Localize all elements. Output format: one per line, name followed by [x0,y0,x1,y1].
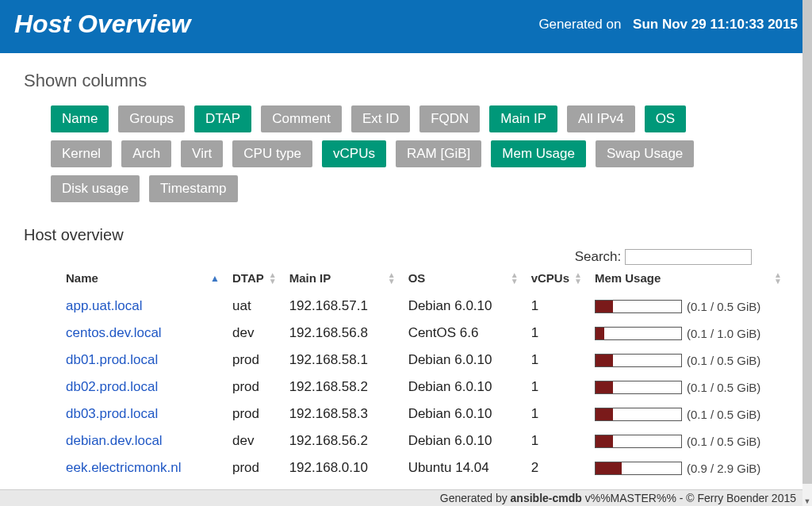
column-toggle-main-ip[interactable]: Main IP [489,105,557,132]
search-row: Search: [24,249,788,265]
footer-tool: ansible-cmdb [511,492,582,504]
dtap-cell: prod [226,401,283,427]
vcpus-cell: 1 [525,401,588,427]
sort-icon: ▲▼ [774,272,782,285]
mem-usage-text: (0.1 / 1.0 GiB) [687,327,760,340]
column-toggle-all-ipv4[interactable]: All IPv4 [567,105,635,132]
mem-usage-bar [595,327,682,340]
os-cell: Debian 6.0.10 [402,401,525,427]
vcpus-cell: 2 [525,454,588,481]
table-row: centos.dev.localdev192.168.56.8CentOS 6.… [24,320,788,347]
column-toggle-ext-id[interactable]: Ext ID [351,105,410,132]
col-header-dtap[interactable]: DTAP ▲▼ [226,266,283,293]
generated-date: Sun Nov 29 11:10:33 2015 [633,17,798,32]
mem-usage-text: (0.1 / 0.5 GiB) [687,435,760,448]
host-link[interactable]: debian.dev.local [66,433,163,448]
mem-usage-text: (0.9 / 2.9 GiB) [687,462,760,475]
ip-cell: 192.168.58.2 [283,374,402,401]
mem-usage-cell: (0.1 / 1.0 GiB) [588,320,788,347]
ip-cell: 192.168.58.1 [283,347,402,374]
host-link[interactable]: db03.prod.local [66,406,158,421]
sort-icon: ▲▼ [511,272,519,285]
mem-usage-cell: (0.9 / 2.9 GiB) [588,454,788,481]
os-cell: Debian 6.0.10 [402,347,525,374]
vcpus-cell: 1 [525,293,588,320]
column-toggle-disk-usage[interactable]: Disk usage [51,175,140,202]
column-toggle-os[interactable]: OS [645,105,687,132]
column-toggle-mem-usage[interactable]: Mem Usage [491,140,586,167]
table-row: db01.prod.localprod192.168.58.1Debian 6.… [24,347,788,374]
column-toggle-swap-usage[interactable]: Swap Usage [596,140,694,167]
ip-cell: 192.168.56.8 [283,320,402,347]
ip-cell: 192.168.56.2 [283,427,402,454]
dtap-cell: uat [226,293,283,320]
dtap-cell: prod [226,347,283,374]
search-label: Search: [575,249,622,264]
scroll-down-icon[interactable]: ▼ [802,496,812,506]
page-title: Host Overview [14,10,190,39]
column-toggle-dtap[interactable]: DTAP [194,105,251,132]
column-toggle-group: NameGroupsDTAPCommentExt IDFQDNMain IPAl… [51,105,741,202]
mem-usage-text: (0.1 / 0.5 GiB) [687,300,760,313]
generated-label: Generated on [538,17,621,32]
vcpus-cell: 1 [525,347,588,374]
mem-usage-text: (0.1 / 0.5 GiB) [687,354,760,367]
column-toggle-name[interactable]: Name [51,105,109,132]
ip-cell: 192.168.57.1 [283,293,402,320]
os-cell: Ubuntu 14.04 [402,454,525,481]
footer-prefix: Generated by [440,492,511,504]
search-input[interactable] [625,249,752,265]
column-toggle-comment[interactable]: Comment [261,105,342,132]
column-toggle-virt[interactable]: Virt [181,140,223,167]
mem-usage-bar [595,354,682,367]
column-toggle-ram-gib-[interactable]: RAM [GiB] [396,140,481,167]
os-cell: Debian 6.0.10 [402,427,525,454]
host-link[interactable]: db02.prod.local [66,379,158,394]
host-link[interactable]: db01.prod.local [66,352,158,367]
column-toggle-groups[interactable]: Groups [118,105,185,132]
host-link[interactable]: centos.dev.local [66,325,162,340]
ip-cell: 192.168.58.3 [283,401,402,427]
host-table: Name ▲ DTAP ▲▼ Main IP ▲▼ [24,266,788,481]
col-header-name[interactable]: Name ▲ [59,266,226,293]
col-header-main-ip[interactable]: Main IP ▲▼ [283,266,402,293]
mem-usage-cell: (0.1 / 0.5 GiB) [588,427,788,454]
column-toggle-fqdn[interactable]: FQDN [419,105,480,132]
vcpus-cell: 1 [525,320,588,347]
footer: Generated by ansible-cmdb v%%MASTER%% - … [0,489,802,506]
ip-cell: 192.168.0.10 [283,454,402,481]
dtap-cell: prod [226,374,283,401]
mem-usage-bar [595,462,682,475]
mem-usage-bar [595,381,682,394]
mem-usage-cell: (0.1 / 0.5 GiB) [588,347,788,374]
column-toggle-timestamp[interactable]: Timestamp [149,175,237,202]
col-header-mem-usage[interactable]: Mem Usage ▲▼ [588,266,788,293]
column-toggle-arch[interactable]: Arch [121,140,171,167]
mem-usage-text: (0.1 / 0.5 GiB) [687,381,760,394]
mem-usage-cell: (0.1 / 0.5 GiB) [588,401,788,427]
shown-columns-title: Shown columns [24,71,788,91]
host-link[interactable]: app.uat.local [66,298,142,313]
col-header-os[interactable]: OS ▲▼ [402,266,525,293]
sort-icon: ▲▼ [574,272,582,285]
sort-icon: ▲▼ [269,272,277,285]
host-overview-title: Host overview [24,226,788,244]
vertical-scrollbar[interactable]: ▼ [802,0,812,506]
dtap-cell: dev [226,427,283,454]
column-toggle-vcpus[interactable]: vCPUs [322,140,386,167]
scrollbar-thumb[interactable] [802,0,812,484]
vcpus-cell: 1 [525,427,588,454]
mem-usage-cell: (0.1 / 0.5 GiB) [588,374,788,401]
os-cell: Debian 6.0.10 [402,374,525,401]
col-header-vcpus[interactable]: vCPUs ▲▼ [525,266,588,293]
host-link[interactable]: eek.electricmonk.nl [66,460,182,475]
column-toggle-kernel[interactable]: Kernel [51,140,112,167]
mem-usage-text: (0.1 / 0.5 GiB) [687,408,760,421]
os-cell: Debian 6.0.10 [402,293,525,320]
vcpus-cell: 1 [525,374,588,401]
column-toggle-cpu-type[interactable]: CPU type [232,140,312,167]
table-header-row: Name ▲ DTAP ▲▼ Main IP ▲▼ [24,266,788,293]
sort-asc-icon: ▲ [210,273,220,284]
sort-icon: ▲▼ [388,272,396,285]
table-row: db03.prod.localprod192.168.58.3Debian 6.… [24,401,788,427]
